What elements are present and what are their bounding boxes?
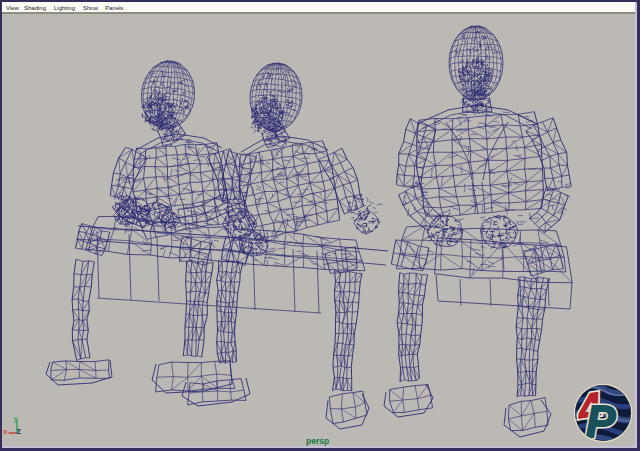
svg-text:y: y — [14, 414, 19, 423]
svg-text:x: x — [3, 427, 8, 436]
svg-text:z: z — [17, 426, 22, 436]
